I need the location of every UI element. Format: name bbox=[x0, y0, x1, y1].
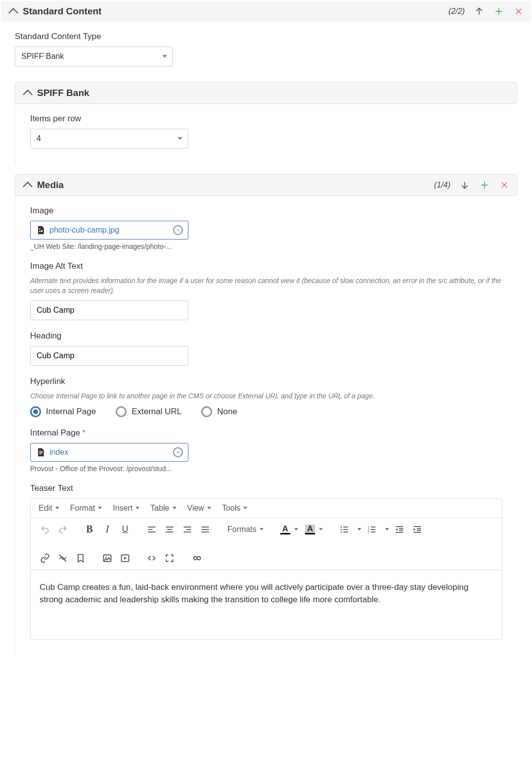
collapse-icon[interactable] bbox=[8, 6, 19, 17]
svg-rect-13 bbox=[40, 451, 43, 451]
svg-rect-15 bbox=[40, 453, 42, 454]
svg-point-52 bbox=[105, 557, 107, 558]
bullet-list-button[interactable] bbox=[337, 522, 352, 537]
heading-input[interactable] bbox=[30, 346, 188, 366]
svg-point-30 bbox=[341, 527, 342, 528]
clear-internal-page-button[interactable] bbox=[173, 447, 183, 457]
chevron-down-icon bbox=[162, 55, 167, 58]
text-color-button[interactable]: A bbox=[278, 524, 300, 535]
section-counter: (2/2) bbox=[448, 7, 465, 16]
redo-button[interactable] bbox=[55, 522, 70, 537]
collapse-icon[interactable] bbox=[22, 88, 33, 98]
spiff-bank-header: SPIFF Bank bbox=[15, 82, 517, 104]
bg-color-button[interactable]: A bbox=[303, 524, 325, 535]
image-file-name: photo-cub-camp.jpg bbox=[49, 226, 169, 235]
menu-insert[interactable]: Insert bbox=[113, 504, 139, 513]
menu-edit[interactable]: Edit bbox=[39, 504, 59, 513]
chevron-down-icon bbox=[177, 137, 182, 140]
internal-page-path: Provost - Office of the Provost: /provos… bbox=[30, 465, 188, 473]
hyperlink-label: Hyperlink bbox=[30, 377, 502, 386]
media-title: Media bbox=[37, 180, 64, 191]
items-per-row-select[interactable]: 4 bbox=[30, 129, 188, 148]
remove-button[interactable] bbox=[513, 6, 524, 17]
image-file-icon bbox=[36, 225, 45, 235]
move-down-button[interactable] bbox=[459, 180, 470, 191]
remove-button[interactable] bbox=[499, 180, 510, 191]
alt-text-input[interactable] bbox=[30, 300, 188, 320]
hyperlink-help: Choose Internal Page to link to another … bbox=[30, 391, 502, 401]
image-chooser[interactable]: photo-cub-camp.jpg bbox=[30, 221, 188, 240]
radio-icon bbox=[201, 406, 212, 417]
media-header: Media (1/4) bbox=[15, 174, 517, 196]
internal-page-name: index bbox=[49, 448, 169, 457]
unlink-button[interactable] bbox=[55, 551, 70, 566]
spiff-bank-title: SPIFF Bank bbox=[37, 88, 89, 98]
outdent-button[interactable] bbox=[392, 522, 407, 537]
fullscreen-button[interactable] bbox=[162, 551, 177, 566]
underline-button[interactable]: U bbox=[118, 522, 133, 537]
move-up-button[interactable] bbox=[474, 6, 485, 17]
radio-internal-page[interactable]: Internal Page bbox=[30, 406, 96, 417]
bold-button[interactable]: B bbox=[82, 522, 97, 537]
svg-point-32 bbox=[341, 531, 342, 533]
radio-none[interactable]: None bbox=[201, 406, 237, 417]
align-justify-button[interactable] bbox=[198, 522, 213, 537]
infinity-button[interactable] bbox=[189, 551, 204, 566]
alt-text-label: Image Alt Text bbox=[30, 261, 502, 271]
section-title: Standard Content bbox=[23, 6, 101, 17]
editor-menubar: Edit Format Insert Table View Tools bbox=[31, 499, 502, 518]
clear-image-button[interactable] bbox=[173, 225, 183, 235]
number-list-button[interactable]: 123 bbox=[364, 522, 379, 537]
internal-page-chooser[interactable]: index bbox=[30, 443, 188, 462]
formats-dropdown[interactable]: Formats bbox=[224, 523, 266, 536]
bookmark-button[interactable] bbox=[73, 551, 88, 566]
media-counter: (1/4) bbox=[434, 181, 450, 190]
rich-text-editor: Edit Format Insert Table View Tools bbox=[30, 498, 502, 640]
svg-text:3: 3 bbox=[368, 530, 369, 533]
menu-format[interactable]: Format bbox=[70, 504, 102, 513]
italic-button[interactable]: I bbox=[100, 522, 115, 537]
required-indicator: * bbox=[82, 428, 86, 437]
chevron-down-icon[interactable] bbox=[357, 528, 361, 530]
insert-media-button[interactable] bbox=[118, 551, 133, 566]
radio-icon bbox=[116, 406, 127, 417]
link-button[interactable] bbox=[38, 551, 52, 566]
radio-icon bbox=[30, 406, 41, 417]
alt-text-help: Alternate text provides information for … bbox=[30, 276, 502, 295]
svg-marker-54 bbox=[124, 557, 127, 559]
content-type-select[interactable]: SPIFF Bank bbox=[15, 47, 173, 66]
page-file-icon bbox=[36, 447, 45, 457]
collapse-icon[interactable] bbox=[22, 180, 33, 191]
image-label: Image bbox=[30, 206, 502, 216]
content-type-label: Standard Content Type bbox=[15, 32, 517, 42]
svg-rect-14 bbox=[40, 452, 43, 453]
add-button[interactable] bbox=[493, 6, 504, 17]
align-left-button[interactable] bbox=[144, 522, 159, 537]
menu-tools[interactable]: Tools bbox=[222, 504, 247, 513]
add-button[interactable] bbox=[479, 180, 490, 191]
chevron-down-icon[interactable] bbox=[385, 528, 389, 530]
source-code-button[interactable] bbox=[144, 551, 159, 566]
image-path: _UH Web Site: /landing-page-images/photo… bbox=[30, 242, 188, 250]
editor-content[interactable]: Cub Camp creates a fun, laid-back enviro… bbox=[31, 570, 502, 639]
indent-button[interactable] bbox=[410, 522, 425, 537]
radio-external-url[interactable]: External URL bbox=[116, 406, 181, 417]
editor-toolbar: B I U Formats A A bbox=[31, 518, 502, 570]
undo-button[interactable] bbox=[38, 522, 52, 537]
svg-point-10 bbox=[39, 228, 40, 229]
insert-image-button[interactable] bbox=[100, 551, 115, 566]
svg-point-31 bbox=[341, 529, 342, 530]
internal-page-label: Internal Page* bbox=[30, 428, 502, 438]
heading-label: Heading bbox=[30, 331, 502, 341]
teaser-label: Teaser Text bbox=[30, 483, 502, 493]
align-center-button[interactable] bbox=[162, 522, 177, 537]
align-right-button[interactable] bbox=[180, 522, 195, 537]
menu-table[interactable]: Table bbox=[150, 504, 176, 513]
standard-content-header: Standard Content (2/2) bbox=[1, 1, 531, 22]
items-per-row-label: Items per row bbox=[30, 114, 502, 124]
menu-view[interactable]: View bbox=[187, 504, 211, 513]
